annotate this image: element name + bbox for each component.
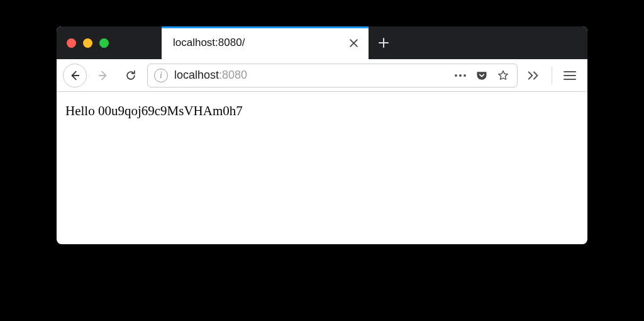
- toolbar-separator: [552, 67, 552, 84]
- url-port: :8080: [219, 69, 247, 81]
- svg-point-0: [455, 74, 457, 77]
- svg-point-1: [459, 74, 462, 77]
- forward-button[interactable]: [92, 64, 114, 87]
- reload-button[interactable]: [119, 64, 142, 87]
- site-info-icon[interactable]: i: [154, 69, 168, 82]
- tab-title: localhost:8080/: [173, 37, 347, 49]
- svg-point-2: [464, 74, 466, 77]
- hamburger-menu-button[interactable]: [558, 64, 581, 87]
- back-button[interactable]: [63, 64, 87, 87]
- url-host: localhost: [174, 69, 219, 81]
- pocket-icon[interactable]: [474, 68, 489, 83]
- minimize-window-button[interactable]: [83, 38, 92, 48]
- maximize-window-button[interactable]: [99, 38, 109, 48]
- page-actions-icon[interactable]: [453, 68, 468, 83]
- close-window-button[interactable]: [67, 38, 76, 48]
- overflow-chevrons-icon[interactable]: [523, 64, 545, 87]
- page-body-text: Hello 00u9qoj69c9MsVHAm0h7: [65, 103, 243, 118]
- tab-active[interactable]: localhost:8080/: [162, 26, 369, 59]
- close-tab-icon[interactable]: [347, 37, 360, 49]
- page-viewport: Hello 00u9qoj69c9MsVHAm0h7: [57, 92, 587, 130]
- url-text: localhost:8080: [174, 69, 247, 82]
- address-bar[interactable]: i localhost:8080: [147, 64, 518, 87]
- toolbar: i localhost:8080: [57, 59, 587, 92]
- window-controls: [57, 26, 121, 59]
- bookmark-star-icon[interactable]: [496, 68, 511, 83]
- tab-strip: localhost:8080/: [57, 26, 587, 59]
- new-tab-button[interactable]: [369, 26, 399, 59]
- browser-window: localhost:8080/ i localhost:8080: [57, 26, 587, 244]
- active-tab-accent: [162, 26, 369, 28]
